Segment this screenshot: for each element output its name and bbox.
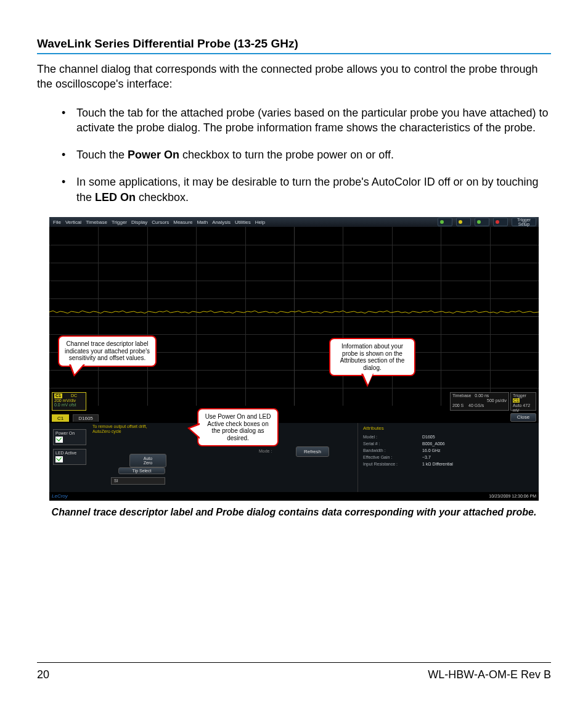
mode-label: Mode : [259, 449, 272, 453]
attributes-header: Attributes [363, 425, 530, 431]
bullet-bold: Power On [128, 149, 179, 161]
trigger-mode: Auto [513, 403, 521, 408]
trigger-title: Trigger [513, 393, 526, 398]
menu-trigger[interactable]: Trigger [112, 220, 127, 225]
intro-paragraph: The channel dialog that corresponds with… [37, 62, 551, 92]
waveform-plot[interactable] [49, 227, 539, 406]
callout-text: Information about your probe is shown on… [340, 343, 405, 371]
bullet-text: Touch the tab for the attached probe (va… [76, 107, 549, 134]
power-on-label: Power On [55, 431, 75, 435]
timebase-samples: 200 S [452, 403, 463, 408]
trigger-setup-l1: Trigger [517, 218, 531, 222]
bullet-item: In some applications, it may be desirabl… [62, 174, 551, 205]
trigger-setup-l2: Setup [518, 222, 529, 226]
checkbox-icon [55, 437, 63, 443]
attr-value: B006_A006 [422, 441, 445, 446]
channel-id: C1 [54, 393, 62, 398]
menu-analysis[interactable]: Analysis [212, 220, 231, 225]
tab-c1[interactable]: C1 [52, 414, 69, 422]
bullet-bold: LED On [95, 191, 136, 203]
oscilloscope-screenshot: File Vertical Timebase Trigger Display C… [49, 217, 539, 501]
timebase-rate: 40 GS/s [468, 403, 484, 408]
channel-descriptor[interactable]: C1DC 200 mV/div 0.0 mV ofst [52, 392, 86, 411]
bullet-post: checkbox. [136, 191, 189, 203]
attr-key: Input Resistance : [363, 462, 422, 466]
menu-vertical[interactable]: Vertical [65, 220, 81, 225]
timestamp: 10/23/2009 12:30:06 PM [489, 492, 536, 501]
trigger-setup-button[interactable]: Trigger Setup [512, 218, 536, 226]
tab-probe-model[interactable]: D1605 [73, 414, 99, 422]
bullet-pre: Touch the [76, 149, 128, 161]
bullet-item: Touch the Power On checkbox to turn the … [62, 147, 551, 162]
attr-key: Serial # : [363, 441, 422, 446]
attr-row-gain: Effective Gain : ~3.7 [363, 455, 530, 459]
attr-row-serial: Serial # : B006_A006 [363, 441, 530, 446]
timebase-descriptor[interactable]: Timebase 0.00 ns 500 ps/div 200 S 40 GS/… [450, 392, 509, 411]
refresh-button[interactable]: Refresh [296, 446, 329, 457]
attr-key: Bandwidth : [363, 448, 422, 453]
attributes-panel: Attributes Model : D1605 Serial # : B006… [357, 423, 535, 492]
figure-caption: Channel trace descriptor label and Probe… [37, 507, 551, 518]
callout-tail-icon [187, 423, 200, 439]
bullet-list: Touch the tab for the attached probe (va… [37, 105, 551, 205]
trigger-source: C1 [513, 398, 520, 403]
waveform-trace [49, 309, 539, 315]
menu-file[interactable]: File [53, 220, 61, 225]
power-on-checkbox[interactable]: Power On [53, 429, 86, 445]
attr-row-bandwidth: Bandwidth : 16.0 GHz [363, 448, 530, 453]
trigger-descriptor[interactable]: Trigger C1 Auto 472 mV Edge Positive [510, 392, 536, 411]
menu-math[interactable]: Math [197, 220, 208, 225]
status-icon[interactable] [493, 218, 508, 226]
document-id: WL-HBW-A-OM-E Rev B [428, 668, 551, 681]
tip-select-button[interactable]: Tip Select [118, 467, 165, 474]
sensitivity: 200 mV/div [54, 398, 76, 403]
callout-text: Use Power On and LED Active check boxes … [205, 413, 271, 441]
page-number: 20 [37, 668, 49, 681]
attr-row-model: Model : D1605 [363, 435, 530, 439]
timebase-delay: 0.00 ns [475, 393, 489, 398]
callout-tail-icon [361, 374, 374, 387]
status-icon[interactable] [456, 218, 471, 226]
close-button[interactable]: Close [510, 413, 536, 422]
checkbox-icon [55, 456, 63, 462]
autozero-l1: Auto [144, 456, 152, 461]
status-icon[interactable] [475, 218, 489, 226]
menu-cursors[interactable]: Cursors [152, 220, 169, 225]
led-active-checkbox[interactable]: LED Active [53, 449, 86, 465]
probe-dialog: To remove output offset drift, AutoZero … [49, 423, 539, 492]
callout-attributes: Information about your probe is shown on… [329, 338, 415, 376]
toolbar-right: Trigger Setup [438, 218, 536, 226]
bullet-post: checkbox to turn the probe power on or o… [179, 149, 394, 161]
attr-value: D1605 [422, 435, 435, 439]
dialog-tabs: C1 D1605 [52, 414, 99, 422]
attr-key: Effective Gain : [363, 455, 422, 459]
menu-display[interactable]: Display [131, 220, 147, 225]
menu-help[interactable]: Help [255, 220, 265, 225]
status-icon[interactable] [438, 218, 452, 226]
auto-zero-button[interactable]: Auto Zero [129, 454, 166, 467]
autozero-l2: Zero [144, 461, 152, 465]
attr-row-resistance: Input Resistance : 1 kΩ Differential [363, 462, 530, 466]
title-rule [37, 53, 551, 54]
timebase-div: 500 ps/div [487, 398, 507, 403]
menu-timebase[interactable]: Timebase [86, 220, 107, 225]
offset: 0.0 mV ofst [54, 403, 76, 407]
callout-channel-descriptor: Channel trace descriptor label indicates… [58, 335, 157, 367]
footer-rule [37, 662, 551, 663]
callout-text: Channel trace descriptor label indicates… [65, 340, 150, 361]
tip-select-value[interactable]: SI [111, 477, 165, 485]
attr-value: 16.0 GHz [422, 448, 441, 453]
bullet-item: Touch the tab for the attached probe (va… [62, 105, 551, 136]
attr-value: ~3.7 [422, 455, 431, 459]
timebase-title: Timebase [452, 393, 471, 398]
attr-value: 1 kΩ Differential [422, 462, 453, 466]
menu-measure[interactable]: Measure [173, 220, 192, 225]
callout-checkboxes: Use Power On and LED Active check boxes … [197, 408, 279, 446]
brand-label: LeCroy [52, 492, 68, 501]
callout-tail-icon [69, 364, 85, 377]
attr-key: Model : [363, 435, 422, 439]
coupling: DC [71, 393, 77, 398]
page-title: WaveLink Series Differential Probe (13-2… [37, 37, 551, 51]
menu-utilities[interactable]: Utilities [235, 220, 251, 225]
